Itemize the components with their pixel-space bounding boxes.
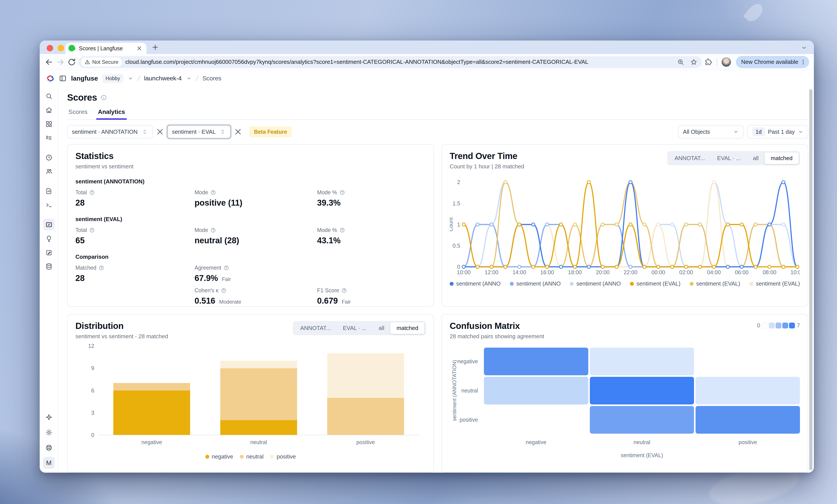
help-icon[interactable] bbox=[210, 190, 216, 195]
scale-swatches bbox=[762, 322, 795, 329]
svg-text:12: 12 bbox=[88, 343, 94, 349]
stat-qualifier: Fair bbox=[222, 276, 231, 282]
org-name[interactable]: langfuse bbox=[71, 75, 98, 82]
legend-item-annotation-positive: sentiment (ANNO... bbox=[570, 280, 621, 287]
sidebar-item-settings[interactable] bbox=[43, 427, 55, 438]
legend-item-annotation-neutral: sentiment (ANNO... bbox=[510, 280, 561, 287]
help-icon[interactable] bbox=[99, 265, 104, 271]
back-button[interactable] bbox=[44, 57, 54, 67]
scale-swatch bbox=[762, 322, 768, 329]
project-switcher-chevron-icon[interactable] bbox=[186, 76, 192, 81]
toggle-matched[interactable]: matched bbox=[765, 152, 799, 164]
sidebar-item-datasets[interactable] bbox=[43, 261, 55, 272]
remove-score2-icon[interactable] bbox=[233, 127, 243, 136]
svg-text:08:00: 08:00 bbox=[763, 269, 777, 275]
minimize-window-button[interactable] bbox=[57, 45, 64, 51]
scrollbar-thumb[interactable] bbox=[809, 89, 812, 470]
stat-label: Agreement bbox=[194, 265, 317, 271]
toggle-all[interactable]: all bbox=[747, 152, 765, 164]
bookmark-star-icon[interactable] bbox=[690, 58, 697, 66]
scale-min: 0 bbox=[757, 322, 760, 329]
close-window-button[interactable] bbox=[47, 45, 53, 51]
sidebar-group bbox=[43, 90, 55, 144]
help-icon[interactable] bbox=[210, 227, 216, 233]
toggle-eval[interactable]: EVAL · ... bbox=[337, 322, 373, 334]
chevron-up-down-icon bbox=[141, 129, 148, 135]
score1-value: sentiment · ANNOTATION bbox=[72, 129, 138, 135]
profile-avatar[interactable] bbox=[722, 57, 731, 67]
info-icon[interactable] bbox=[101, 94, 107, 101]
org-switcher-chevron-icon[interactable] bbox=[128, 76, 133, 81]
sidebar-item-playground[interactable] bbox=[43, 199, 55, 211]
chrome-update-button[interactable]: New Chrome available bbox=[736, 56, 809, 68]
toggle-eval[interactable]: EVAL · ... bbox=[711, 152, 747, 164]
site-security-chip[interactable]: Not Secure bbox=[81, 57, 122, 67]
reload-button[interactable] bbox=[67, 57, 76, 67]
score1-select[interactable]: sentiment · ANNOTATION bbox=[67, 125, 153, 138]
legend-item-eval-negative: sentiment (EVAL)... bbox=[630, 280, 680, 287]
sidebar-item-search[interactable] bbox=[43, 90, 55, 102]
svg-text:04:00: 04:00 bbox=[707, 269, 721, 275]
toggle-annotat[interactable]: ANNOTAT... bbox=[669, 152, 711, 164]
stat-value: 28 bbox=[75, 274, 194, 283]
new-tab-button[interactable] bbox=[151, 43, 159, 51]
stat-block: Matched28 bbox=[75, 265, 194, 283]
stat-value: 28 bbox=[75, 198, 194, 208]
toggle-annotat[interactable]: ANNOTAT... bbox=[294, 322, 337, 334]
breadcrumb-project[interactable]: launchweek-4 bbox=[144, 75, 182, 82]
tab-search-icon[interactable] bbox=[801, 44, 807, 51]
help-icon[interactable] bbox=[339, 190, 345, 195]
close-tab-icon[interactable] bbox=[136, 45, 143, 52]
evaluation-icon bbox=[45, 235, 53, 242]
stat-block: F1 Score0.679Fair bbox=[317, 287, 426, 305]
user-avatar[interactable]: M bbox=[43, 457, 55, 469]
tab-scores[interactable]: Scores bbox=[68, 109, 87, 119]
stat-label: Mode % bbox=[317, 189, 426, 195]
help-icon[interactable] bbox=[89, 227, 95, 233]
score2-select[interactable]: sentiment · EVAL bbox=[167, 125, 231, 138]
sidebar-item-upgrade-sparkle[interactable] bbox=[43, 411, 55, 423]
browser-menu-icon[interactable] bbox=[800, 59, 806, 66]
sidebar-item-evaluation[interactable] bbox=[43, 232, 55, 244]
sidebar-item-dashboard[interactable] bbox=[43, 118, 55, 130]
sidebar-item-prompts[interactable] bbox=[43, 185, 55, 197]
stat-row: Matched28Agreement67.9%Fair bbox=[75, 265, 426, 283]
svg-text:1.5: 1.5 bbox=[452, 200, 460, 206]
address-bar[interactable]: Not Secure cloud.langfuse.com/project/cm… bbox=[78, 56, 702, 68]
sidebar-item-scores[interactable] bbox=[43, 219, 55, 230]
sidebar-item-sessions[interactable] bbox=[43, 152, 55, 163]
zoom-icon[interactable] bbox=[677, 58, 684, 66]
help-icon[interactable] bbox=[89, 190, 95, 195]
sidebar-toggle-icon[interactable] bbox=[59, 74, 67, 82]
sidebar-item-tracing[interactable] bbox=[43, 132, 55, 144]
help-icon[interactable] bbox=[221, 288, 227, 293]
date-range-select[interactable]: 1d Past 1 day bbox=[747, 125, 808, 138]
browser-tab[interactable]: Scores | Langfuse bbox=[66, 43, 146, 54]
object-type-select[interactable]: All Objects bbox=[678, 125, 744, 138]
beta-feature-badge: Beta Feature bbox=[249, 126, 292, 137]
home-icon bbox=[45, 107, 53, 114]
extensions-puzzle-icon[interactable] bbox=[704, 58, 712, 66]
stat-label: F1 Score bbox=[317, 287, 426, 294]
help-icon[interactable] bbox=[339, 227, 345, 233]
stat-qualifier: Moderate bbox=[219, 299, 241, 305]
trend-legend: sentiment (ANNO...sentiment (ANNO...sent… bbox=[450, 280, 800, 287]
tab-analytics[interactable]: Analytics bbox=[98, 109, 125, 119]
forward-button[interactable] bbox=[56, 57, 65, 67]
toggle-all[interactable]: all bbox=[373, 322, 390, 334]
playground-icon bbox=[45, 202, 53, 209]
maximize-window-button[interactable] bbox=[68, 45, 75, 51]
help-icon[interactable] bbox=[224, 265, 229, 271]
help-icon[interactable] bbox=[341, 288, 347, 293]
toggle-matched[interactable]: matched bbox=[390, 322, 424, 334]
remove-score1-icon[interactable] bbox=[156, 127, 164, 136]
dashboard-icon bbox=[45, 120, 53, 128]
sidebar-item-annotation[interactable] bbox=[43, 246, 55, 258]
sidebar-item-support[interactable] bbox=[43, 442, 55, 453]
sidebar-bottom: M bbox=[43, 411, 55, 469]
sidebar-item-home[interactable] bbox=[43, 104, 55, 116]
stat-label: Total bbox=[75, 189, 194, 195]
stat-block: Modepositive (11) bbox=[194, 189, 317, 208]
sidebar-item-users[interactable] bbox=[43, 166, 55, 177]
svg-text:0.5: 0.5 bbox=[452, 243, 460, 249]
